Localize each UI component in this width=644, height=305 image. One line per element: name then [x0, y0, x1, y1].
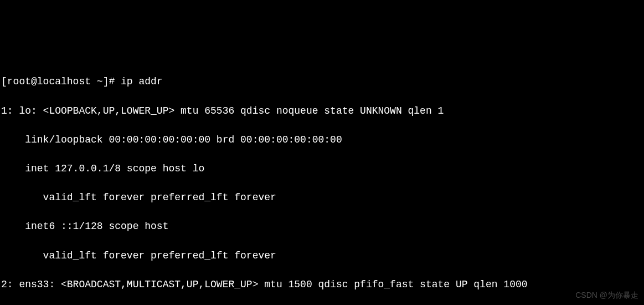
shell-prompt: [root@localhost ~]# — [1, 76, 121, 87]
terminal-output[interactable]: [root@localhost ~]# ip addr 1: lo: <LOOP… — [1, 60, 643, 305]
command-ip-addr: ip addr — [121, 76, 163, 87]
interface-lo-inet6: inet6 ::1/128 scope host — [1, 219, 643, 233]
interface-lo-inet: inet 127.0.0.1/8 scope host lo — [1, 161, 643, 176]
prompt-line-1: [root@localhost ~]# ip addr — [1, 74, 643, 89]
interface-lo-header: 1: lo: <LOOPBACK,UP,LOWER_UP> mtu 65536 … — [1, 104, 643, 118]
interface-lo-valid2: valid_lft forever preferred_lft forever — [1, 248, 643, 263]
interface-lo-link: link/loopback 00:00:00:00:00:00 brd 00:0… — [1, 133, 643, 147]
interface-ens33-header: 2: ens33: <BROADCAST,MULTICAST,UP,LOWER_… — [1, 277, 643, 292]
interface-lo-valid1: valid_lft forever preferred_lft forever — [1, 190, 643, 205]
